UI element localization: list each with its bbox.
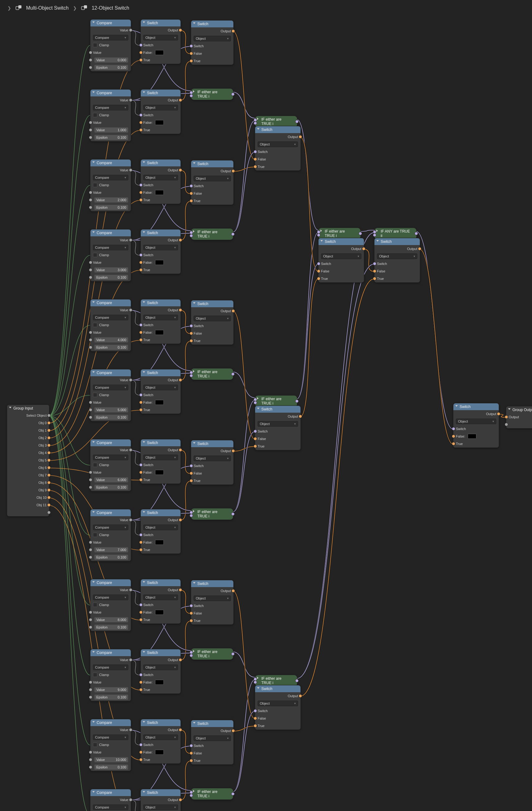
dropdown-switch-type[interactable]: Object▾ xyxy=(141,384,181,391)
field-value[interactable]: Value0.000 xyxy=(91,56,131,64)
node-header-compare[interactable]: Compare xyxy=(91,439,131,446)
field-value[interactable]: Value8.000 xyxy=(91,616,131,624)
dropdown-compare-mode[interactable]: Compare▾ xyxy=(91,454,131,461)
dropdown-switch-type[interactable]: Object▾ xyxy=(191,735,233,742)
dropdown-switch-type[interactable]: Object▾ xyxy=(191,595,233,602)
dropdown-switch-type[interactable]: Object▾ xyxy=(191,455,233,462)
node-header-switch[interactable]: Switch xyxy=(141,649,181,656)
input-false[interactable]: False: xyxy=(141,259,181,266)
field-epsilon[interactable]: Epsilon0.100 xyxy=(91,693,131,701)
node-header-switch[interactable]: Switch xyxy=(141,579,181,586)
node-header-if-either[interactable]: IF either are TRUE i xyxy=(255,116,297,127)
node-header-group-input[interactable]: Group Input xyxy=(7,405,49,412)
node-header-if-either[interactable]: IF either are TRUE i xyxy=(255,396,297,407)
node-header-switch[interactable]: Switch xyxy=(255,685,300,692)
node-header-if-either[interactable]: IF either are TRUE i xyxy=(191,508,233,520)
checkbox-clamp[interactable]: Clamp xyxy=(91,181,131,189)
node-header-switch[interactable]: Switch xyxy=(141,789,181,796)
dropdown-compare-mode[interactable]: Compare▾ xyxy=(91,244,131,251)
node-header-switch[interactable]: Switch xyxy=(141,229,181,236)
node-header-switch[interactable]: Switch xyxy=(191,720,233,727)
field-epsilon[interactable]: Epsilon0.100 xyxy=(91,484,131,491)
dropdown-switch-type[interactable]: Object▾ xyxy=(191,315,233,322)
node-header-if-either[interactable]: IF either are TRUE i xyxy=(191,648,233,660)
field-value[interactable]: Value1.000 xyxy=(91,126,131,134)
field-value[interactable]: Value10.000 xyxy=(91,756,131,763)
dropdown-switch-type[interactable]: Object▾ xyxy=(141,244,181,251)
checkbox-clamp[interactable]: Clamp xyxy=(91,321,131,329)
node-header-group-output[interactable]: Group Output xyxy=(506,407,532,413)
checkbox-clamp[interactable]: Clamp xyxy=(91,531,131,539)
field-value[interactable]: Value7.000 xyxy=(91,546,131,553)
checkbox-clamp[interactable]: Clamp xyxy=(91,41,131,49)
node-header-compare[interactable]: Compare xyxy=(91,159,131,166)
node-header-switch[interactable]: Switch xyxy=(141,90,181,96)
field-epsilon[interactable]: Epsilon0.100 xyxy=(91,64,131,71)
input-false[interactable]: False: xyxy=(453,432,499,440)
node-header-if-either[interactable]: IF either are TRUE i xyxy=(255,675,297,686)
node-header-if-either[interactable]: IF ANY are TRUE ii xyxy=(374,228,417,239)
checkbox-clamp[interactable]: Clamp xyxy=(91,111,131,119)
input-false[interactable]: False: xyxy=(141,539,181,546)
field-value[interactable]: Value5.000 xyxy=(91,406,131,414)
dropdown-compare-mode[interactable]: Compare▾ xyxy=(91,384,131,391)
dropdown-switch-type[interactable]: Object▾ xyxy=(255,140,300,148)
dropdown-compare-mode[interactable]: Compare▾ xyxy=(91,804,131,811)
input-false[interactable]: False: xyxy=(141,399,181,406)
node-header-switch[interactable]: Switch xyxy=(141,300,181,306)
node-header-switch[interactable]: Switch xyxy=(191,301,233,307)
input-false[interactable]: False: xyxy=(141,119,181,126)
dropdown-switch-type[interactable]: Object▾ xyxy=(141,454,181,461)
input-false[interactable]: False: xyxy=(141,189,181,196)
node-header-compare[interactable]: Compare xyxy=(91,789,131,796)
field-value[interactable]: Value4.000 xyxy=(91,336,131,343)
input-false[interactable]: False: xyxy=(141,329,181,336)
dropdown-switch-type[interactable]: Object▾ xyxy=(255,700,300,707)
node-header-switch[interactable]: Switch xyxy=(191,580,233,587)
input-false[interactable]: False: xyxy=(141,469,181,476)
node-header-switch[interactable]: Switch xyxy=(255,126,300,133)
checkbox-clamp[interactable]: Clamp xyxy=(91,671,131,678)
field-value[interactable]: Value9.000 xyxy=(91,686,131,693)
node-header-switch[interactable]: Switch xyxy=(191,20,233,27)
node-header-switch[interactable]: Switch xyxy=(141,509,181,516)
field-epsilon[interactable]: Epsilon0.100 xyxy=(91,343,131,351)
node-header-compare[interactable]: Compare xyxy=(91,90,131,96)
input-false[interactable]: False: xyxy=(141,609,181,616)
node-header-if-either[interactable]: IF either are TRUE i xyxy=(191,368,233,380)
node-header-switch[interactable]: Switch xyxy=(141,159,181,166)
checkbox-clamp[interactable]: Clamp xyxy=(91,251,131,259)
field-epsilon[interactable]: Epsilon0.100 xyxy=(91,414,131,421)
node-header-if-either[interactable]: IF either are TRUE i xyxy=(191,229,233,240)
field-value[interactable]: Value3.000 xyxy=(91,266,131,274)
field-epsilon[interactable]: Epsilon0.100 xyxy=(91,763,131,771)
dropdown-switch-type[interactable]: Object▾ xyxy=(141,804,181,811)
node-header-switch[interactable]: Switch xyxy=(255,406,300,413)
field-value[interactable]: Value2.000 xyxy=(91,196,131,204)
node-header-switch[interactable]: Switch xyxy=(141,369,181,376)
field-epsilon[interactable]: Epsilon0.100 xyxy=(91,274,131,281)
node-header-switch[interactable]: Switch xyxy=(374,238,420,245)
dropdown-switch-type[interactable]: Object▾ xyxy=(141,104,181,111)
dropdown-compare-mode[interactable]: Compare▾ xyxy=(91,524,131,531)
node-header-switch[interactable]: Switch xyxy=(191,160,233,167)
dropdown-switch-type[interactable]: Object▾ xyxy=(141,174,181,181)
dropdown-switch-type[interactable]: Object▾ xyxy=(141,314,181,321)
node-header-switch[interactable]: Switch xyxy=(141,719,181,726)
dropdown-switch-type[interactable]: Object▾ xyxy=(141,594,181,601)
field-epsilon[interactable]: Epsilon0.100 xyxy=(91,134,131,141)
field-epsilon[interactable]: Epsilon0.100 xyxy=(91,553,131,561)
node-header-compare[interactable]: Compare xyxy=(91,719,131,726)
dropdown-switch-type[interactable]: Object▾ xyxy=(453,418,499,425)
node-header-compare[interactable]: Compare xyxy=(91,229,131,236)
dropdown-switch-type[interactable]: Object▾ xyxy=(374,253,420,260)
dropdown-switch-type[interactable]: Object▾ xyxy=(141,34,181,41)
dropdown-compare-mode[interactable]: Compare▾ xyxy=(91,34,131,41)
node-header-if-either[interactable]: IF either are TRUE i xyxy=(318,228,360,239)
node-header-if-either[interactable]: IF either are TRUE i xyxy=(191,89,233,100)
input-false[interactable]: False: xyxy=(141,49,181,56)
dropdown-switch-type[interactable]: Object▾ xyxy=(141,524,181,531)
node-header-compare[interactable]: Compare xyxy=(91,579,131,586)
dropdown-compare-mode[interactable]: Compare▾ xyxy=(91,734,131,741)
field-epsilon[interactable]: Epsilon0.100 xyxy=(91,204,131,211)
